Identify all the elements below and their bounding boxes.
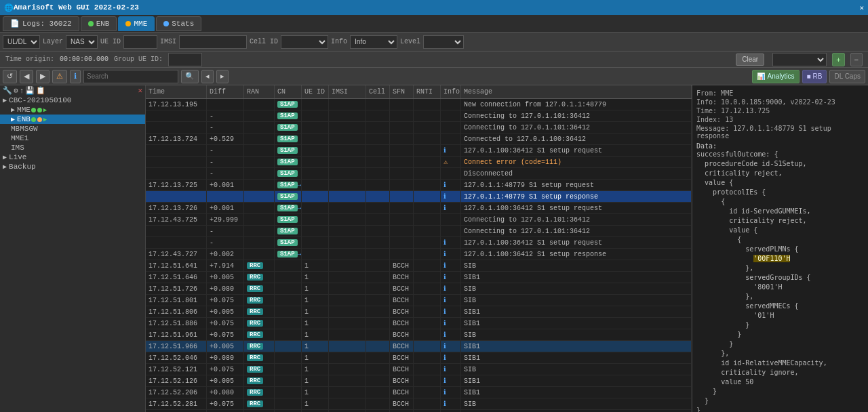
group-input[interactable] (168, 53, 202, 66)
refresh-button[interactable]: ↺ (3, 70, 17, 83)
log-row[interactable]: 17.12.52.281 +0.075 RRC 1 BCCH ℹ SIB (146, 398, 692, 410)
cell-imsi (329, 214, 366, 225)
sidebar-item-ims[interactable]: IMS (0, 143, 145, 152)
tab-stats[interactable]: Stats (156, 16, 201, 31)
cell-ueid: 1 (302, 272, 329, 283)
cell-ran: RRC (244, 283, 275, 294)
log-row[interactable]: 17.12.13.726 +0.001 S1AP → ℹ 127.0.1.100… (146, 203, 692, 214)
log-row[interactable]: 17.12.52.046 +0.080 RRC 1 BCCH ℹ SIB1 (146, 352, 692, 364)
remove-button[interactable]: − (850, 53, 863, 66)
log-row[interactable]: - S1AP ℹ 127.0.1.100:36412 S1 setup requ… (146, 145, 692, 157)
log-row[interactable]: - S1AP ℹ 127.0.1.100:36412 S1 setup requ… (146, 237, 692, 249)
log-row[interactable]: 17.12.13.195 S1AP New connection from 12… (146, 99, 692, 110)
close-icon[interactable]: ✕ (859, 3, 864, 12)
rb-button[interactable]: ■ RB (802, 70, 827, 83)
col-cn: CN (275, 85, 302, 98)
sidebar-item-cbc[interactable]: ▶ CBC-2021050100 (0, 96, 145, 105)
cell-rnti (414, 237, 441, 248)
log-row[interactable]: 17.12.43.727 +0.002 S1AP → ℹ 127.0.1.100… (146, 249, 692, 260)
info-label: Info (331, 38, 347, 45)
sidebar-item-mme[interactable]: ▶ MME ▶ (0, 105, 145, 115)
log-row[interactable]: - S1AP Disconnected (146, 168, 692, 180)
col-rnti: RNTI (414, 85, 441, 98)
prev-result-button[interactable]: ◂ (201, 70, 214, 83)
layer-select[interactable]: NAS (66, 35, 98, 49)
search-input[interactable] (83, 70, 178, 83)
log-row[interactable]: S1AP ℹ 127.0.1.1:48779 S1 setup response (146, 191, 692, 203)
cell-cell (366, 157, 390, 167)
cbc-icon: ▶ (3, 96, 7, 104)
cell-msg: SIB1 (461, 341, 692, 352)
filter-select[interactable] (772, 53, 827, 66)
clear-button[interactable]: Clear (736, 54, 764, 66)
cell-msg: 127.0.1.100:36412 S1 setup request (461, 203, 692, 213)
cellid-select[interactable] (281, 35, 328, 49)
add-button[interactable]: + (832, 53, 844, 66)
cell-ran (244, 203, 275, 213)
cell-cn (275, 318, 302, 329)
rp-time: Time: 17.12.13.725 (696, 107, 864, 115)
log-row[interactable]: 17.12.51.801 +0.075 RRC 1 BCCH ℹ SIB (146, 295, 692, 306)
ran-badge: RRC (247, 274, 263, 281)
sidebar-item-mme1[interactable]: MME1 (0, 133, 145, 143)
warning-button[interactable]: ⚠ (52, 70, 67, 83)
log-row[interactable]: 17.12.52.121 +0.075 RRC 1 BCCH ℹ SIB (146, 364, 692, 375)
cell-diff: +0.001 (207, 203, 244, 213)
next-result-button[interactable]: ▸ (216, 70, 229, 83)
forward-button[interactable]: ▶ (36, 70, 50, 83)
log-row[interactable]: 17.12.43.725 +29.999 S1AP Connecting to … (146, 214, 692, 226)
log-row[interactable]: 17.12.51.886 +0.075 RRC 1 BCCH ℹ SIB1 (146, 318, 692, 329)
cell-ueid (302, 237, 329, 248)
tab-mme[interactable]: MME (118, 16, 155, 31)
log-row[interactable]: - S1AP ⚠ Connect error (code=111) (146, 157, 692, 168)
rp-message: Message: 127.0.1.1:48779 S1 setup respon… (696, 125, 864, 140)
log-body[interactable]: 17.12.13.195 S1AP New connection from 12… (146, 99, 692, 412)
tab-logs[interactable]: 📄 Logs: 36022 (3, 16, 79, 31)
info-select[interactable]: Info (350, 35, 397, 49)
sidebar-item-enb[interactable]: ▶ ENB ▶ (0, 115, 145, 124)
ueid-input[interactable] (123, 35, 157, 49)
log-row[interactable]: 17.12.51.646 +0.005 RRC 1 BCCH ℹ SIB1 (146, 272, 692, 283)
log-row[interactable]: 17.12.51.961 +0.075 RRC 1 BCCH ℹ SIB (146, 329, 692, 341)
cell-ueid (302, 168, 329, 179)
cell-info: ℹ (441, 203, 461, 213)
cn-badge: S1AP (277, 147, 298, 154)
search-go-button[interactable]: 🔍 (181, 70, 199, 83)
log-area: Time Diff RAN CN UE ID IMSI Cell SFN RNT… (146, 85, 692, 412)
log-row[interactable]: - S1AP Connecting to 127.0.1.101:36412 (146, 110, 692, 122)
cell-sfn (390, 214, 414, 225)
cell-ueid: 1 (302, 387, 329, 398)
cell-rnti (414, 99, 441, 110)
log-row[interactable]: 17.12.51.966 +0.005 RRC 1 BCCH ℹ SIB1 (146, 341, 692, 352)
mode-select[interactable]: UL/DL (3, 35, 40, 49)
cell-ran: RRC (244, 272, 275, 283)
dl-button[interactable]: DL Caps (829, 70, 865, 83)
sidebar-item-mbmsgw[interactable]: MBMSGW (0, 124, 145, 133)
log-row[interactable]: 17.12.51.726 +0.080 RRC 1 BCCH ℹ SIB (146, 283, 692, 295)
cellid-label: Cell ID (250, 38, 278, 45)
cell-rnti (414, 203, 441, 213)
log-row[interactable]: 17.12.13.725 +0.001 S1AP → ℹ 127.0.1.1:4… (146, 180, 692, 191)
ran-badge: RRC (247, 262, 263, 269)
sidebar-item-live[interactable]: ▶ Live (0, 152, 145, 162)
level-select[interactable] (423, 35, 464, 49)
analytics-button[interactable]: 📊 Analytics (752, 70, 799, 83)
log-row[interactable]: 17.12.13.724 +0.529 S1AP Connected to 12… (146, 133, 692, 145)
log-row[interactable]: 17.12.52.126 +0.005 RRC 1 BCCH ℹ SIB1 (146, 375, 692, 387)
cell-sfn (390, 99, 414, 110)
sidebar-item-tools[interactable]: 🔧 ⚙ ↑ 💾 📋 ✕ (0, 85, 145, 96)
log-row[interactable]: 17.12.51.641 +7.914 RRC 1 BCCH ℹ SIB (146, 260, 692, 272)
cell-diff: +0.080 (207, 387, 244, 398)
tab-enb[interactable]: ENB (81, 16, 117, 31)
log-row[interactable]: 17.12.52.206 +0.080 RRC 1 BCCH ℹ SIB1 (146, 387, 692, 398)
info-button[interactable]: ℹ (70, 70, 81, 83)
log-row[interactable]: - S1AP Connecting to 127.0.1.101:36412 (146, 122, 692, 133)
back-button[interactable]: ◀ (20, 70, 33, 83)
log-row[interactable]: 17.12.51.806 +0.005 RRC 1 BCCH ℹ SIB1 (146, 306, 692, 318)
log-row[interactable]: - S1AP Connecting to 127.0.1.101:36412 (146, 226, 692, 237)
imsi-input[interactable] (179, 35, 247, 49)
mme-expand-icon: ▶ (11, 106, 15, 114)
cell-rnti (414, 364, 441, 375)
cell-rnti (414, 191, 441, 202)
sidebar-item-backup[interactable]: ▶ Backup (0, 162, 145, 171)
